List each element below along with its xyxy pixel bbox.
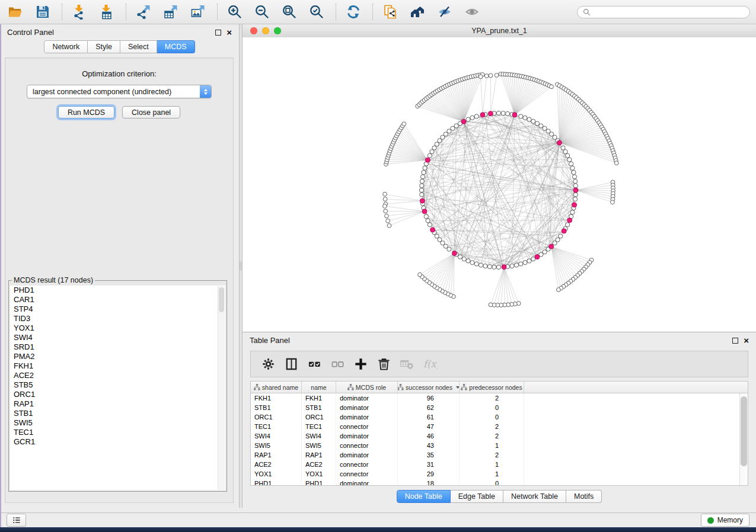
graph-node[interactable] bbox=[432, 146, 436, 150]
mcds-result-item[interactable]: GCR1 bbox=[10, 437, 225, 447]
graph-node[interactable] bbox=[435, 142, 439, 146]
graph-leaf-node[interactable] bbox=[479, 75, 483, 79]
table-row[interactable]: YOX1YOX1connector291 bbox=[251, 469, 748, 479]
mcds-result-item[interactable]: PHD1 bbox=[10, 286, 225, 295]
column-header-shared-name[interactable]: shared name bbox=[251, 382, 302, 393]
graph-mcds-hub-node[interactable] bbox=[420, 198, 425, 203]
close-table-panel-icon[interactable]: × bbox=[744, 338, 749, 344]
graph-node[interactable] bbox=[535, 121, 539, 126]
graph-mcds-hub-node[interactable] bbox=[562, 229, 566, 233]
close-panel-icon[interactable]: × bbox=[227, 30, 232, 36]
tab-motifs[interactable]: Motifs bbox=[566, 490, 602, 503]
graph-node[interactable] bbox=[474, 262, 479, 266]
graph-node[interactable] bbox=[474, 114, 479, 118]
graph-node[interactable] bbox=[470, 116, 474, 120]
export-image-button[interactable] bbox=[189, 2, 208, 21]
graph-node[interactable] bbox=[519, 262, 523, 266]
criterion-dropdown[interactable]: largest connected component (undirected) bbox=[27, 85, 212, 98]
mcds-result-item[interactable]: TEC1 bbox=[10, 428, 225, 437]
graph-mcds-hub-node[interactable] bbox=[549, 244, 554, 249]
graph-mcds-hub-node[interactable] bbox=[572, 203, 577, 207]
graph-mcds-hub-node[interactable] bbox=[512, 113, 517, 117]
graph-node[interactable] bbox=[496, 111, 500, 115]
graph-node[interactable] bbox=[428, 223, 432, 227]
column-header-successor-nodes[interactable]: successor nodes bbox=[398, 382, 460, 393]
show-all-button[interactable] bbox=[462, 2, 481, 21]
tab-network-table[interactable]: Network Table bbox=[503, 490, 566, 503]
graph-leaf-node[interactable] bbox=[418, 273, 422, 277]
open-session-button[interactable] bbox=[6, 2, 25, 21]
graph-node[interactable] bbox=[441, 135, 445, 139]
tab-mcds[interactable]: MCDS bbox=[157, 40, 195, 53]
graph-node[interactable] bbox=[570, 166, 575, 170]
mcds-result-item[interactable]: PMA2 bbox=[10, 352, 225, 361]
deselect-all-rows-button[interactable] bbox=[328, 355, 346, 373]
clone-network-button[interactable] bbox=[381, 2, 400, 21]
graph-node[interactable] bbox=[444, 244, 448, 248]
graph-mcds-hub-node[interactable] bbox=[425, 158, 430, 162]
graph-node[interactable] bbox=[563, 149, 567, 153]
graph-node[interactable] bbox=[428, 153, 432, 158]
graph-node[interactable] bbox=[492, 265, 496, 269]
graph-node[interactable] bbox=[527, 117, 531, 121]
graph-node[interactable] bbox=[454, 124, 458, 128]
graph-node[interactable] bbox=[570, 210, 575, 214]
graph-mcds-hub-node[interactable] bbox=[452, 251, 457, 256]
graph-node[interactable] bbox=[569, 162, 573, 166]
mcds-result-item[interactable]: CAR1 bbox=[10, 295, 225, 305]
graph-node[interactable] bbox=[466, 117, 470, 121]
graph-node[interactable] bbox=[510, 264, 514, 268]
mcds-result-item[interactable]: TID3 bbox=[10, 314, 225, 323]
list-scrollbar-thumb[interactable] bbox=[219, 287, 224, 312]
tab-network[interactable]: Network bbox=[44, 40, 88, 53]
table-row[interactable]: ACE2ACE2connector311 bbox=[251, 460, 748, 469]
tab-style[interactable]: Style bbox=[88, 40, 120, 53]
graph-mcds-hub-node[interactable] bbox=[488, 111, 493, 116]
column-header-predecessor-nodes[interactable]: predecessor nodes bbox=[460, 382, 524, 393]
graph-node[interactable] bbox=[559, 234, 563, 238]
zoom-fit-button[interactable] bbox=[280, 2, 299, 21]
graph-node[interactable] bbox=[523, 261, 527, 265]
graph-node[interactable] bbox=[426, 219, 430, 223]
graph-node[interactable] bbox=[420, 184, 424, 188]
float-table-panel-icon[interactable] bbox=[732, 338, 738, 344]
graph-node[interactable] bbox=[527, 259, 531, 263]
graph-node[interactable] bbox=[487, 265, 492, 269]
graph-node[interactable] bbox=[573, 193, 578, 197]
mcds-result-item[interactable]: SWI4 bbox=[10, 333, 225, 342]
graph-leaf-node[interactable] bbox=[495, 73, 499, 78]
tab-node-table[interactable]: Node Table bbox=[397, 490, 451, 503]
graph-node[interactable] bbox=[572, 170, 576, 174]
table-row[interactable]: ORC1ORC1dominator610 bbox=[251, 412, 748, 422]
search-input[interactable] bbox=[594, 7, 744, 17]
graph-leaf-node[interactable] bbox=[383, 197, 387, 201]
graph-node[interactable] bbox=[419, 188, 423, 192]
close-panel-button[interactable]: Close panel bbox=[122, 106, 180, 118]
zoom-in-button[interactable] bbox=[225, 2, 244, 21]
graph-leaf-node[interactable] bbox=[402, 122, 406, 126]
graph-node[interactable] bbox=[573, 197, 578, 201]
table-scrollbar-thumb[interactable] bbox=[741, 396, 747, 466]
graph-leaf-node[interactable] bbox=[385, 214, 389, 218]
graph-node[interactable] bbox=[458, 255, 462, 259]
graph-node[interactable] bbox=[483, 264, 487, 268]
mcds-result-item[interactable]: ACE2 bbox=[10, 371, 225, 380]
zoom-out-button[interactable] bbox=[253, 2, 272, 21]
tab-select[interactable]: Select bbox=[120, 40, 157, 53]
graph-mcds-hub-node[interactable] bbox=[480, 113, 485, 117]
network-canvas[interactable] bbox=[243, 37, 756, 332]
graph-node[interactable] bbox=[573, 184, 578, 188]
delete-column-button[interactable] bbox=[375, 355, 393, 373]
mcds-result-item[interactable]: YOX1 bbox=[10, 323, 225, 333]
select-all-rows-button[interactable] bbox=[305, 355, 323, 373]
tab-edge-table[interactable]: Edge Table bbox=[451, 490, 503, 503]
graph-mcds-hub-node[interactable] bbox=[422, 209, 427, 214]
table-row[interactable]: SWI5SWI5connector431 bbox=[251, 441, 748, 450]
graph-node[interactable] bbox=[435, 234, 439, 238]
table-row[interactable]: PHD1PHD1dominator180 bbox=[251, 479, 748, 486]
create-column-button[interactable] bbox=[352, 355, 369, 373]
graph-node[interactable] bbox=[561, 146, 565, 150]
graph-mcds-hub-node[interactable] bbox=[557, 140, 562, 145]
graph-mcds-hub-node[interactable] bbox=[535, 255, 540, 259]
graph-leaf-node[interactable] bbox=[383, 192, 387, 196]
